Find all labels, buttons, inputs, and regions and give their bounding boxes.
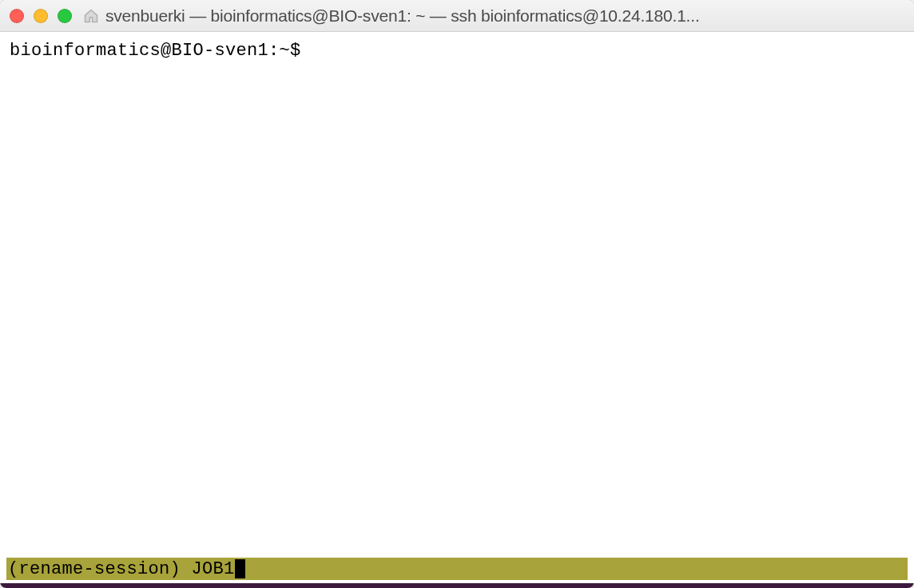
- close-icon[interactable]: [10, 9, 24, 23]
- tmux-status-bar[interactable]: (rename-session) JOB1: [6, 558, 908, 580]
- shell-prompt: bioinformatics@BIO-sven1:~$: [10, 40, 904, 63]
- titlebar[interactable]: svenbuerki — bioinformatics@BIO-sven1: ~…: [0, 0, 914, 32]
- traffic-lights: [10, 9, 72, 23]
- bottom-strip: [0, 583, 914, 588]
- maximize-icon[interactable]: [58, 9, 72, 23]
- terminal-window: svenbuerki — bioinformatics@BIO-sven1: ~…: [0, 0, 914, 588]
- session-name-input[interactable]: JOB1: [192, 559, 235, 579]
- status-command-label: (rename-session): [8, 559, 192, 579]
- home-icon: [83, 8, 99, 24]
- cursor-icon: [235, 559, 245, 578]
- minimize-icon[interactable]: [34, 9, 48, 23]
- prompt-text: bioinformatics@BIO-sven1:~$: [10, 41, 301, 61]
- terminal-body[interactable]: bioinformatics@BIO-sven1:~$: [0, 32, 914, 558]
- window-title: svenbuerki — bioinformatics@BIO-sven1: ~…: [105, 6, 904, 26]
